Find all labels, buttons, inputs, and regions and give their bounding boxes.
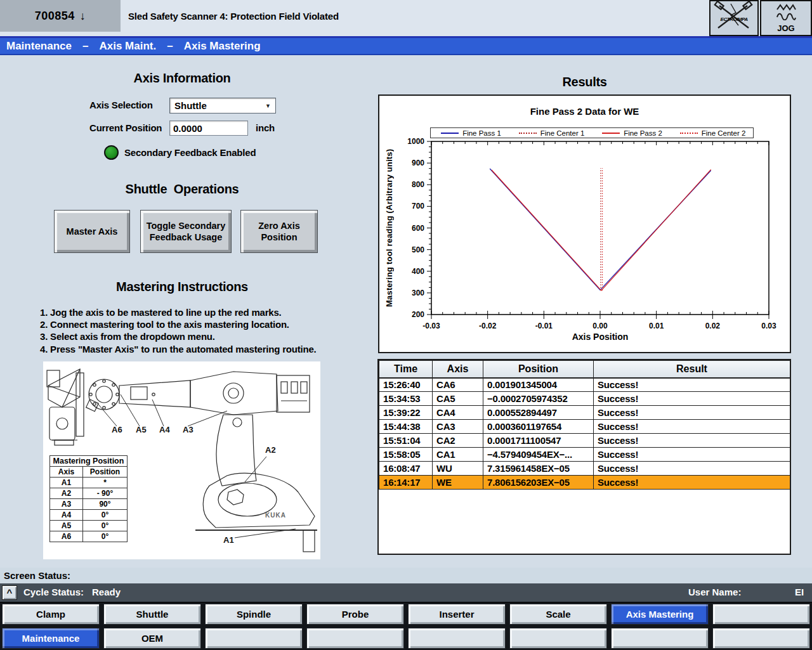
result-row[interactable]: 15:26:40CA60.001901345004Success! <box>379 378 790 392</box>
softkey-empty[interactable] <box>306 628 404 649</box>
softkey-empty[interactable] <box>611 628 709 649</box>
instruction-step: 4. Press "Master Axis" to run the automa… <box>40 343 338 355</box>
result-cell: CA3 <box>433 420 483 434</box>
breadcrumb-item: Axis Maint. <box>99 40 156 53</box>
result-row[interactable]: 15:34:53CA5−0.0002705974352Success! <box>379 392 790 406</box>
current-position-field[interactable]: 0.0000 <box>169 120 248 136</box>
result-cell: CA4 <box>433 406 483 420</box>
screen-status-bar: Screen Status: <box>0 568 812 583</box>
mini-table-cell: A2 <box>50 488 83 499</box>
softkey-label: Spindle <box>237 609 271 620</box>
jog-label: JOG <box>777 23 794 33</box>
softkey-cell: Shuttle <box>102 602 203 627</box>
jog-mode-button[interactable]: JOG <box>760 0 812 36</box>
chevron-down-icon: ▼ <box>265 103 271 109</box>
softkey-empty[interactable] <box>712 628 810 649</box>
result-cell: −4.579409454EX−... <box>483 448 594 462</box>
results-column-header: Result <box>594 361 790 378</box>
result-cell: CA2 <box>433 434 483 448</box>
operations-title: Shuttle Operations <box>0 182 364 197</box>
alarm-message: Sled Safety Scanner 4: Protection Field … <box>128 0 339 32</box>
mini-table-cell: - 90° <box>83 488 128 499</box>
result-cell: CA6 <box>433 378 483 392</box>
result-cell: WE <box>433 476 483 490</box>
softkey-cell: Inserter <box>406 602 508 627</box>
result-row[interactable]: 16:14:17WE7.806156203EX−05Success! <box>379 476 790 490</box>
result-row[interactable]: 15:44:38CA30.0003601197654Success! <box>379 420 790 434</box>
svg-text:1000: 1000 <box>407 137 424 146</box>
softkey-empty[interactable] <box>205 628 303 649</box>
softkey-empty[interactable] <box>712 604 810 625</box>
results-column-header: Position <box>483 361 594 378</box>
top-bar: 700854 ↓ Sled Safety Scanner 4: Protecti… <box>0 0 812 36</box>
mini-table-header: Axis <box>50 467 83 478</box>
softkey-shuttle[interactable]: Shuttle <box>103 604 201 625</box>
jog-waveform-icon <box>775 4 797 23</box>
result-row[interactable]: 15:58:05CA1−4.579409454EX−...Success! <box>379 448 790 462</box>
mini-table-cell: A5 <box>50 521 83 531</box>
svg-text:0.00: 0.00 <box>593 322 608 330</box>
result-cell: 7.806156203EX−05 <box>483 476 594 490</box>
axis-selection-dropdown[interactable]: Shuttle ▼ <box>169 98 276 114</box>
axis-information-title: Axis Information <box>0 71 364 86</box>
cycle-status-label: Cycle Status: <box>23 587 84 597</box>
svg-text:900: 900 <box>412 159 424 167</box>
mini-table-cell: 0° <box>83 531 128 542</box>
result-cell: 0.0001711100547 <box>483 434 594 448</box>
alarm-number-box[interactable]: 700854 ↓ <box>0 0 121 32</box>
softkey-label: Axis Mastering <box>626 609 694 620</box>
current-position-label: Current Position <box>89 122 162 133</box>
softkey-spindle[interactable]: Spindle <box>205 604 303 625</box>
results-column-header: Time <box>379 361 433 378</box>
joint-label: A6 <box>112 425 122 434</box>
softkey-clamp[interactable]: Clamp <box>2 604 100 625</box>
svg-text:-0.01: -0.01 <box>535 322 553 330</box>
softkey-label: Shuttle <box>136 609 169 620</box>
result-cell: −0.0002705974352 <box>483 392 594 406</box>
softkey-empty[interactable] <box>408 628 506 649</box>
result-row[interactable]: 15:39:22CA40.000552894497Success! <box>379 406 790 420</box>
result-cell: 15:44:38 <box>379 420 433 434</box>
result-cell: Success! <box>594 462 790 476</box>
alarm-dropdown-arrow-icon[interactable]: ↓ <box>80 10 86 23</box>
breadcrumb-separator: – <box>167 40 173 53</box>
chart-plot: -0.03-0.02-0.010.000.010.020.03200300400… <box>379 96 792 354</box>
softkey-empty[interactable] <box>509 628 607 649</box>
svg-text:500: 500 <box>412 245 424 254</box>
softkey-axis-mastering[interactable]: Axis Mastering <box>611 604 709 625</box>
svg-text:400: 400 <box>412 267 424 276</box>
instructions-title: Mastering Instructions <box>0 280 364 294</box>
logo-button[interactable]: ECTROIMPA <box>709 0 759 36</box>
chart-x-axis-label: Axis Position <box>431 332 769 342</box>
softkey-scale[interactable]: Scale <box>509 604 607 625</box>
softkey-label: OEM <box>141 633 163 644</box>
breadcrumb-item: Axis Mastering <box>184 40 261 53</box>
mini-table-cell: A4 <box>50 510 83 521</box>
result-row[interactable]: 15:51:04CA20.0001711100547Success! <box>379 434 790 448</box>
result-row[interactable]: 16:08:47WU7.315961458EX−05Success! <box>379 462 790 476</box>
user-name-label: User Name: <box>688 587 741 597</box>
instructions-list: 1. Jog the axis to be mastered to line u… <box>40 306 338 355</box>
result-cell: Success! <box>594 406 790 420</box>
softkey-probe[interactable]: Probe <box>306 604 404 625</box>
result-cell: 16:14:17 <box>379 476 433 490</box>
softkey-oem[interactable]: OEM <box>103 628 201 649</box>
joint-label: A2 <box>265 445 276 455</box>
result-cell: 0.001901345004 <box>483 378 594 392</box>
op-button-master-axis[interactable]: Master Axis <box>54 210 130 253</box>
softkey-cell: Spindle <box>203 602 304 627</box>
op-button-zero-axis-position[interactable]: Zero Axis Position <box>240 210 318 253</box>
softkey-maintenance[interactable]: Maintenance <box>2 628 100 649</box>
results-table-panel: TimeAxisPositionResult15:26:40CA60.00190… <box>377 359 791 555</box>
softkey-label: Probe <box>342 609 369 620</box>
op-button-toggle-secondary-feedback-usage[interactable]: Toggle Secondary Feedback Usage <box>140 210 232 253</box>
mastering-position-table: Mastering PositionAxisPositionA1*A2- 90°… <box>49 455 128 542</box>
position-unit-label: inch <box>256 122 275 133</box>
collapse-button[interactable]: ^ <box>2 585 17 600</box>
softkey-inserter[interactable]: Inserter <box>408 604 506 625</box>
instruction-step: 1. Jog the axis to be mastered to line u… <box>40 306 338 318</box>
result-cell: Success! <box>594 392 790 406</box>
softkey-label: Scale <box>546 609 570 620</box>
result-cell: Success! <box>594 448 790 462</box>
mini-table-cell: A3 <box>50 499 83 510</box>
